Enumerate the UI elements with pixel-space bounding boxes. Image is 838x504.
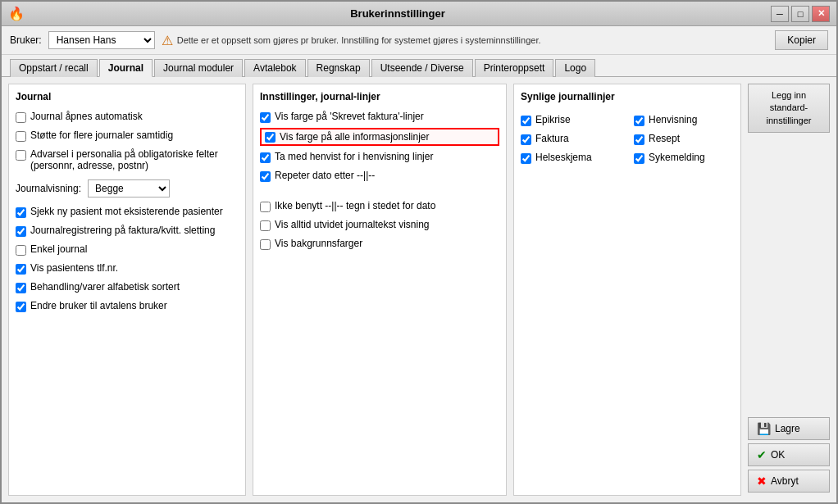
cb-sjekk-label: Sjekk ny pasient mot eksisterende pasien… xyxy=(30,206,223,217)
warning-text: Dette er et oppsett som gjøres pr bruker… xyxy=(177,35,541,45)
maximize-button[interactable]: □ xyxy=(791,6,809,22)
cb-enkel-label: Enkel journal xyxy=(30,243,87,255)
checkbox-endre-bruker: Endre bruker til avtalens bruker xyxy=(16,300,239,312)
checkbox-sykemelding: Sykemelding xyxy=(634,152,734,164)
cb-vis-bakgrunn-label: Vis bakgrunnsfarger xyxy=(275,238,362,249)
cb-journalreg-label: Journalregistrering på faktura/kvitt. sl… xyxy=(30,225,215,236)
cb-journal-aapnes-label: Journal åpnes automatisk xyxy=(30,111,143,122)
ok-button[interactable]: ✔ OK xyxy=(748,443,830,466)
checkbox-advarsel: Advarsel i personalia på obligatoriske f… xyxy=(16,148,239,171)
user-label: Bruker: xyxy=(10,34,42,46)
cb-henvisning-label: Henvisning xyxy=(649,114,697,125)
cb-vis-tlf-label: Vis pasientens tlf.nr. xyxy=(30,262,118,274)
right-panel-title: Synlige journallinjer xyxy=(521,91,734,102)
cb-journal-aapnes[interactable] xyxy=(16,112,26,123)
journalvisning-row: Journalvisning: Begge Lege Pasient xyxy=(16,179,239,198)
cb-epikrise-label: Epikrise xyxy=(535,114,571,125)
cb-repeter[interactable] xyxy=(260,171,271,182)
tab-utseende[interactable]: Utseende / Diverse xyxy=(371,59,473,77)
app-icon: 🔥 xyxy=(8,6,25,21)
cb-endre-bruker[interactable] xyxy=(16,302,26,312)
cb-faktura[interactable] xyxy=(521,134,531,145)
checkbox-henvisning: Henvisning xyxy=(634,114,734,126)
journal-lines-grid: Epikrise Henvisning Faktura Resept Helse… xyxy=(521,112,734,166)
cb-vis-farge-alle-label: Vis farge på alle informasjonslinjer xyxy=(280,131,430,143)
ok-label: OK xyxy=(771,449,785,461)
tab-journal-moduler[interactable]: Journal moduler xyxy=(154,59,243,77)
cb-ikke-benytt[interactable] xyxy=(260,202,271,212)
tab-journal[interactable]: Journal xyxy=(99,59,153,77)
checkbox-journalreg: Journalregistrering på faktura/kvitt. sl… xyxy=(16,225,239,237)
cb-sykemelding-label: Sykemelding xyxy=(649,152,705,163)
checkbox-enkel: Enkel journal xyxy=(16,243,239,256)
cb-vis-farge-faktura[interactable] xyxy=(260,112,271,123)
cb-vis-farge-alle[interactable] xyxy=(265,132,276,143)
tab-regnskap[interactable]: Regnskap xyxy=(307,59,370,77)
cb-vis-farge-faktura-label: Vis farge på 'Skrevet faktura'-linjer xyxy=(275,111,424,122)
cb-vis-bakgrunn[interactable] xyxy=(260,239,271,250)
cb-advarsel-label: Advarsel i personalia på obligatoriske f… xyxy=(30,148,239,171)
tab-logo[interactable]: Logo xyxy=(555,59,595,77)
kopier-button[interactable]: Kopier xyxy=(775,30,828,50)
close-button[interactable]: ✕ xyxy=(812,6,830,22)
main-content: Journal Journal åpnes automatisk Støtte … xyxy=(2,77,836,502)
cb-vis-tlf[interactable] xyxy=(16,264,26,275)
warning-bar: ⚠ Dette er et oppsett som gjøres pr bruk… xyxy=(162,33,769,48)
avbryt-label: Avbryt xyxy=(771,475,799,487)
cb-faktura-label: Faktura xyxy=(535,133,569,144)
lagre-label: Lagre xyxy=(775,423,800,434)
checkbox-vis-tlf: Vis pasientens tlf.nr. xyxy=(16,262,239,275)
cancel-icon: ✖ xyxy=(757,474,767,488)
cb-ta-med[interactable] xyxy=(260,152,271,163)
journalvisning-select[interactable]: Begge Lege Pasient xyxy=(88,179,170,198)
lagre-button[interactable]: 💾 Lagre xyxy=(748,417,830,440)
cb-journalreg[interactable] xyxy=(16,226,26,237)
journalvisning-label: Journalvisning: xyxy=(16,183,81,194)
tab-oppstart[interactable]: Oppstart / recall xyxy=(10,59,98,77)
cb-ikke-benytt-label: Ikke benytt --||-- tegn i stedet for dat… xyxy=(275,200,435,211)
cb-repeter-label: Repeter dato etter --||-- xyxy=(275,170,375,181)
left-panel-title: Journal xyxy=(16,91,239,102)
checkbox-resept: Resept xyxy=(634,133,734,145)
cb-helseskjema[interactable] xyxy=(521,153,531,164)
cb-sjekk[interactable] xyxy=(16,207,26,218)
window-controls: ─ □ ✕ xyxy=(771,6,830,22)
checkbox-ta-med: Ta med henvist for i henvisning linjer xyxy=(260,151,499,163)
cb-behandling[interactable] xyxy=(16,283,26,293)
action-panel: Legg inn standard-innstillinger 💾 Lagre … xyxy=(748,84,830,496)
right-panel: Synlige journallinjer Epikrise Henvisnin… xyxy=(513,84,741,496)
bottom-buttons: 💾 Lagre ✔ OK ✖ Avbryt xyxy=(748,417,830,496)
cb-henvisning[interactable] xyxy=(634,116,644,126)
middle-panel-title: Innstillinger, journal-linjer xyxy=(260,91,499,102)
tab-avtalebok[interactable]: Avtalebok xyxy=(244,59,305,77)
user-select[interactable]: Hansen Hans xyxy=(48,31,155,49)
checkbox-vis-farge-faktura: Vis farge på 'Skrevet faktura'-linjer xyxy=(260,111,499,123)
highlighted-checkbox-row: Vis farge på alle informasjonslinjer xyxy=(260,128,499,146)
ok-icon: ✔ xyxy=(757,448,767,461)
cb-behandling-label: Behandling/varer alfabetisk sortert xyxy=(30,281,180,293)
cb-sykemelding[interactable] xyxy=(634,153,644,164)
cb-epikrise[interactable] xyxy=(521,116,531,126)
avbryt-button[interactable]: ✖ Avbryt xyxy=(748,470,830,493)
title-bar: 🔥 Brukerinnstillinger ─ □ ✕ xyxy=(2,2,836,26)
middle-panel: Innstillinger, journal-linjer Vis farge … xyxy=(253,84,507,496)
cb-vis-alltid[interactable] xyxy=(260,220,271,231)
checkbox-journal-aapnes: Journal åpnes automatisk xyxy=(16,111,239,123)
user-bar: Bruker: Hansen Hans ⚠ Dette er et oppset… xyxy=(2,26,836,55)
checkbox-vis-bakgrunn: Vis bakgrunnsfarger xyxy=(260,238,499,250)
save-icon: 💾 xyxy=(757,422,771,435)
cb-enkel[interactable] xyxy=(16,245,26,256)
checkbox-helseskjema: Helseskjema xyxy=(521,152,621,164)
tab-printeroppsett[interactable]: Printeroppsett xyxy=(475,59,554,77)
minimize-button[interactable]: ─ xyxy=(771,6,789,22)
checkbox-ikke-benytt: Ikke benytt --||-- tegn i stedet for dat… xyxy=(260,200,499,212)
cb-resept[interactable] xyxy=(634,134,644,145)
legg-inn-button[interactable]: Legg inn standard-innstillinger xyxy=(748,84,830,133)
checkbox-epikrise: Epikrise xyxy=(521,114,621,126)
cb-advarsel[interactable] xyxy=(16,150,26,161)
tabs-bar: Oppstart / recall Journal Journal module… xyxy=(2,55,836,77)
warning-icon: ⚠ xyxy=(162,33,173,48)
cb-flere-journaler[interactable] xyxy=(16,131,26,142)
checkbox-sjekk: Sjekk ny pasient mot eksisterende pasien… xyxy=(16,206,239,218)
cb-vis-alltid-label: Vis alltid utvidet journaltekst visning xyxy=(275,219,430,230)
